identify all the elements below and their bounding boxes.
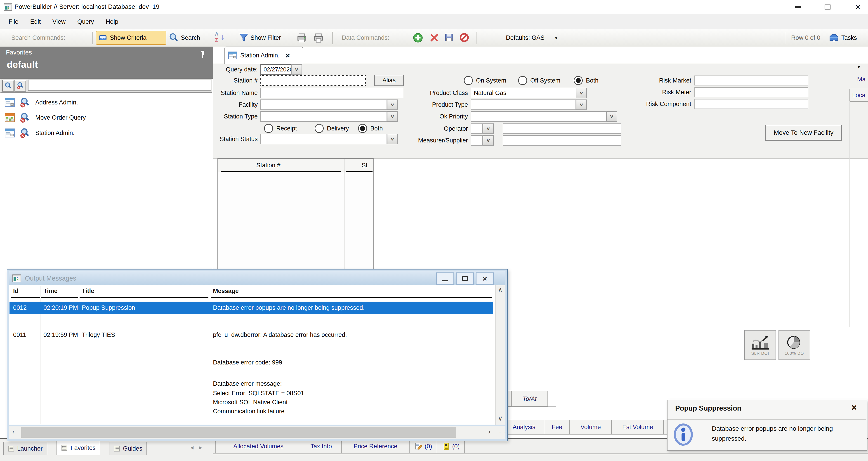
sort-az-icon[interactable]: A Z ↓ [215, 31, 226, 45]
tab-fee[interactable]: Fee [544, 420, 570, 435]
resize-grip-icon[interactable]: ⋮⋮ [498, 430, 508, 435]
tab-analysis[interactable]: Analysis [503, 420, 545, 435]
insert-row-icon[interactable] [413, 33, 423, 43]
output-restore-button[interactable] [456, 272, 474, 285]
operator-dropdown-button[interactable]: ∨ [483, 123, 494, 134]
risk-meter-input[interactable] [694, 87, 808, 97]
system-both-radio[interactable]: Both [574, 76, 598, 85]
grid-col-station-number[interactable]: Station # [256, 162, 281, 169]
grid-col-station-name-clipped[interactable]: St [362, 162, 368, 169]
toast-close-icon[interactable]: × [851, 402, 857, 412]
search-icon[interactable] [168, 33, 179, 42]
output-col-title[interactable]: Title [82, 287, 94, 295]
tab-volume[interactable]: Volume [569, 420, 612, 435]
save-icon[interactable] [444, 33, 454, 42]
output-col-id[interactable]: Id [13, 287, 19, 295]
tab-tax-info[interactable]: Tax Info [301, 439, 342, 453]
menu-query[interactable]: Query [71, 14, 100, 29]
operator-name-input[interactable] [503, 123, 621, 134]
station-status-dropdown-button[interactable]: ∨ [387, 134, 398, 144]
menu-view[interactable]: View [46, 14, 71, 29]
ok-priority-dropdown-button[interactable]: ∨ [606, 111, 617, 122]
scrollbar-thumb[interactable] [21, 427, 456, 438]
output-close-button[interactable]: × [476, 272, 494, 285]
show-criteria-button[interactable]: Show Criteria [96, 31, 166, 45]
favorites-profile-name[interactable]: default [7, 59, 38, 70]
maximize-button[interactable] [817, 0, 838, 14]
station-status-combo[interactable] [260, 134, 387, 144]
output-vertical-scrollbar[interactable]: ∧ ∨ [495, 285, 505, 425]
tab-price-reference[interactable]: Price Reference [342, 439, 410, 453]
show-filter-button[interactable]: Show Filter [250, 34, 281, 41]
product-type-combo[interactable] [471, 99, 576, 110]
receipt-both-radio[interactable]: Both [358, 124, 383, 133]
favorites-item-move-order-query[interactable]: Move Order Query [0, 111, 211, 125]
station-type-dropdown-button[interactable]: ∨ [387, 111, 398, 122]
print-preview-icon[interactable] [313, 32, 324, 43]
delete-row-icon[interactable] [430, 33, 439, 42]
slr-doi-button[interactable]: SLR DOI [744, 330, 776, 360]
output-minimize-button[interactable] [436, 272, 454, 285]
output-messages-grid[interactable]: Id Time Title Message 0012 02:20:19 PM P… [9, 285, 505, 425]
scroll-right-icon[interactable]: › [488, 428, 491, 435]
tab-overflow-caret-icon[interactable]: ▼ [857, 65, 861, 70]
filter-funnel-icon[interactable] [239, 33, 249, 42]
facility-dropdown-button[interactable]: ∨ [387, 99, 398, 110]
risk-market-input[interactable] [694, 75, 808, 86]
operator-code-combo[interactable] [471, 123, 483, 134]
off-system-radio[interactable]: Off System [518, 76, 560, 85]
measurer-code-combo[interactable] [471, 135, 483, 146]
station-name-input[interactable] [260, 88, 403, 98]
dock-tab-guides[interactable]: Guides [109, 442, 147, 455]
tab-station-admin[interactable]: Station Admin. × [224, 47, 303, 64]
popup-suppression-toast[interactable]: Popup Suppression × Database error popup… [667, 400, 867, 451]
risk-component-input[interactable] [694, 99, 808, 109]
tab-to-at[interactable]: To/At [511, 391, 548, 407]
measurer-dropdown-button[interactable]: ∨ [483, 135, 494, 146]
output-col-time[interactable]: Time [43, 287, 58, 295]
tab-close-icon[interactable]: × [285, 51, 290, 60]
close-button[interactable]: × [848, 0, 868, 14]
station-number-input[interactable] [260, 75, 366, 86]
menu-help[interactable]: Help [100, 14, 124, 29]
favorites-item-address-admin[interactable]: Address Admin. [0, 95, 211, 110]
delivery-radio[interactable]: Delivery [315, 124, 349, 133]
alias-button[interactable]: Alias [374, 74, 404, 86]
results-grid[interactable]: Station # St [217, 158, 374, 270]
product-type-dropdown-button[interactable]: ∨ [576, 99, 587, 110]
cancel-changes-icon[interactable] [459, 33, 469, 42]
tab-est-volume[interactable]: Est Volume [611, 420, 664, 435]
query-date-dropdown-button[interactable]: ∨ [291, 64, 302, 74]
scroll-left-icon[interactable]: ‹ [12, 428, 14, 435]
move-to-new-facility-button[interactable]: Move To New Facility [765, 125, 842, 141]
output-row-selected[interactable]: 0012 02:20:19 PM Popup Suppression Datab… [9, 302, 493, 314]
menu-file[interactable]: File [3, 14, 24, 29]
output-col-message[interactable]: Message [213, 287, 239, 295]
ok-priority-combo[interactable] [471, 111, 606, 122]
query-date-field[interactable]: 02/27/2020 [260, 64, 294, 74]
favorites-clear-search-button[interactable] [14, 80, 26, 92]
dock-tab-favorites-active[interactable]: Favorites [57, 440, 100, 455]
receipt-radio[interactable]: Receipt [264, 124, 297, 133]
output-messages-window[interactable]: Output Messages × Id Time Title Message … [7, 269, 508, 441]
favorites-search-input[interactable] [28, 80, 211, 91]
favorites-item-station-admin[interactable]: Station Admin. [0, 126, 211, 140]
output-window-titlebar[interactable]: Output Messages × [9, 271, 505, 285]
minimize-button[interactable] [788, 0, 808, 14]
measurer-name-input[interactable] [503, 135, 621, 146]
product-class-dropdown-button[interactable]: ∨ [576, 88, 587, 98]
defaults-dropdown[interactable]: Defaults: GAS [506, 34, 545, 41]
print-icon[interactable] [296, 32, 307, 43]
tasks-button[interactable]: Tasks [841, 34, 857, 41]
facility-combo[interactable] [260, 99, 387, 110]
favorites-search-button[interactable] [2, 80, 14, 92]
defaults-caret-icon[interactable]: ▼ [554, 36, 558, 41]
tab-sticky-badge[interactable]: (0) [437, 439, 465, 453]
pin-icon[interactable] [200, 50, 206, 59]
on-system-radio[interactable]: On System [464, 76, 506, 85]
tab-location-clipped[interactable]: Loca [849, 89, 868, 102]
tab-allocated-volumes[interactable]: Allocated Volumes [215, 439, 302, 453]
dock-scroll-right-icon[interactable]: ▸ [199, 443, 202, 451]
tasks-icon[interactable] [828, 32, 839, 43]
station-type-combo[interactable] [260, 111, 387, 122]
